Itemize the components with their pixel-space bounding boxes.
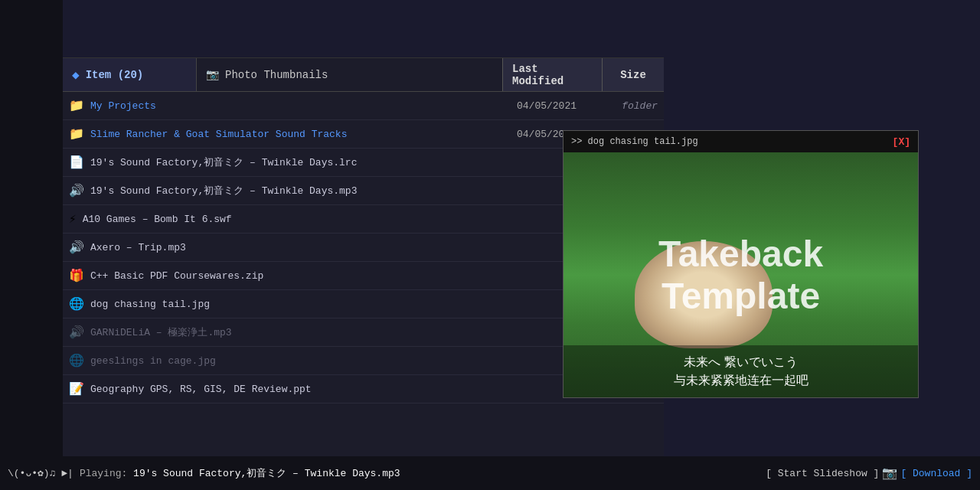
toolbar-actions: [ Start Slideshow ] 📷 [ Download ]: [766, 466, 972, 481]
preview-filename: >> dog chasing tail.jpg: [571, 136, 698, 147]
preview-panel: >> dog chasing tail.jpg [X] Takeback Tem…: [563, 130, 919, 398]
folder-icon: 📁: [69, 98, 84, 113]
file-name: Geography GPS, RS, GIS, DE Review.ppt: [90, 384, 497, 395]
playing-label: Playing:: [80, 468, 133, 479]
header-size-col[interactable]: Size: [603, 58, 664, 91]
flash-icon: ⚡: [69, 211, 77, 227]
preview-close-button[interactable]: [X]: [893, 136, 910, 148]
file-name: C++ Basic PDF Coursewares.zip: [90, 270, 497, 282]
sidebar-strip: [0, 0, 63, 490]
file-name: dog chasing tail.jpg: [90, 299, 497, 310]
preview-image-bg: Takeback Template 未来へ 繋いでいこう 与未来紧紧地连在一起吧: [564, 152, 918, 397]
preview-header: >> dog chasing tail.jpg [X]: [564, 131, 918, 152]
file-name: A10 Games – Bomb It 6.swf: [83, 214, 497, 225]
table-row[interactable]: 📁 My Projects 04/05/2021 folder: [63, 92, 664, 120]
header-lastmod-col[interactable]: Last Modified: [503, 58, 603, 91]
camera-icon-toolbar: 📷: [882, 466, 897, 481]
subtitle-line-1: 未来へ 繋いでいこう: [571, 353, 910, 371]
subtitle-line-2: 与未来紧紧地连在一起吧: [571, 371, 910, 390]
header-item-col[interactable]: ◆ Item (20): [63, 58, 197, 91]
slideshow-button[interactable]: [ Start Slideshow ]: [766, 468, 879, 479]
file-name: My Projects: [90, 100, 497, 112]
folder-icon: 📁: [69, 126, 84, 142]
file-name: 19's Sound Factory,初音ミク – Twinkle Days.l…: [90, 155, 497, 169]
camera-icon: 📷: [206, 68, 219, 81]
file-size: folder: [596, 100, 658, 112]
header-photo-label: Photo Thumbnails: [225, 69, 328, 81]
watermark-line2: Template: [658, 275, 823, 317]
image-icon: 🌐: [69, 353, 84, 368]
audio-icon: 🔊: [69, 240, 84, 255]
file-header-row: ◆ Item (20) 📷 Photo Thumbnails Last Modi…: [63, 58, 664, 92]
file-name: Slime Rancher & Goat Simulator Sound Tra…: [90, 129, 497, 140]
zip-icon: 🎁: [69, 268, 84, 283]
toolbar-playing: Playing: 19's Sound Factory,初音ミク – Twink…: [80, 466, 760, 480]
image-icon: 🌐: [69, 296, 84, 312]
file-name: geeslings in cage.jpg: [90, 355, 497, 367]
download-button[interactable]: [ Download ]: [900, 468, 972, 479]
toolbar-emoticons: \(•ᴗ•✿)♫ ►|: [8, 467, 74, 479]
audio-icon: 🔊: [69, 183, 84, 198]
file-name: GARNiDELiA – 極楽浄土.mp3: [90, 325, 497, 339]
file-date: 04/05/2021: [497, 100, 596, 112]
audio-icon: 🔊: [69, 325, 84, 340]
header-lastmod-label: Last Modified: [512, 63, 593, 87]
header-photo-col[interactable]: 📷 Photo Thumbnails: [197, 58, 503, 91]
diamond-icon: ◆: [72, 67, 80, 83]
file-name: 19's Sound Factory,初音ミク – Twinkle Days.m…: [90, 184, 497, 198]
bottom-toolbar: \(•ᴗ•✿)♫ ►| Playing: 19's Sound Factory,…: [0, 456, 980, 490]
ppt-icon: 📝: [69, 381, 84, 397]
playing-track: 19's Sound Factory,初音ミク – Twinkle Days.m…: [133, 468, 400, 479]
subtitle-overlay: 未来へ 繋いでいこう 与未来紧紧地连在一起吧: [564, 345, 918, 397]
preview-image-area: Takeback Template 未来へ 繋いでいこう 与未来紧紧地连在一起吧: [564, 152, 918, 397]
header-size-label: Size: [620, 69, 646, 81]
watermark-line1: Takeback: [658, 233, 823, 275]
file-icon: 📄: [69, 155, 84, 170]
file-name: Axero – Trip.mp3: [90, 242, 497, 253]
header-item-label: Item (20): [86, 69, 144, 81]
preview-watermark: Takeback Template: [658, 233, 823, 317]
